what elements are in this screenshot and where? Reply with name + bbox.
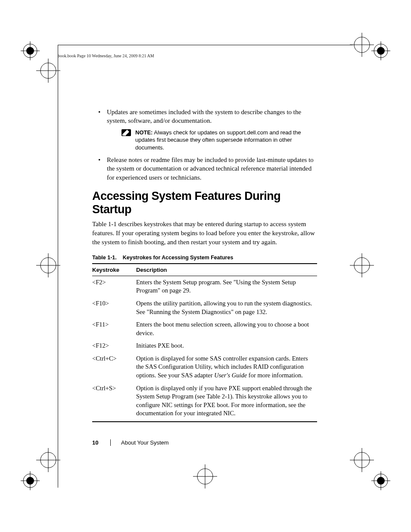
note-icon	[121, 129, 131, 136]
cell-description: Option is displayed only if you have PXE…	[136, 382, 317, 422]
bullet-item: Release notes or readme files may be inc…	[92, 156, 317, 182]
printer-mark-icon	[36, 59, 60, 83]
cell-keystroke: <F11>	[92, 318, 136, 339]
cell-keystroke: <F12>	[92, 339, 136, 352]
note-block: NOTE: Always check for updates on suppor…	[121, 129, 317, 152]
page-footer: 10 About Your System	[92, 439, 169, 446]
note-label: NOTE:	[135, 129, 153, 136]
cell-description: Option is displayed for some SAS control…	[136, 352, 317, 382]
running-header: book.book Page 10 Wednesday, June 24, 20…	[58, 53, 154, 58]
printer-mark-icon	[36, 448, 60, 472]
table-row: <Ctrl+S> Option is displayed only if you…	[92, 382, 317, 422]
frame-left	[58, 45, 58, 488]
table-row: <F11> Enters the boot menu selection scr…	[92, 318, 317, 339]
cell-text-italic: User's Guide	[214, 372, 247, 379]
svg-point-21	[26, 477, 34, 485]
section-heading: Accessing System Features During Startup	[92, 190, 317, 216]
svg-point-7	[354, 37, 370, 53]
svg-point-14	[40, 258, 56, 273]
note-link-text: support.dell.com	[227, 129, 268, 136]
bullet-text: Release notes or readme files may be inc…	[107, 156, 314, 181]
svg-point-1	[26, 47, 34, 55]
printer-mark-icon	[21, 471, 40, 490]
printer-mark-icon	[350, 448, 374, 472]
printer-mark-icon	[193, 464, 217, 488]
printer-mark-icon	[371, 41, 390, 60]
table-row: <F12> Initiates PXE boot.	[92, 339, 317, 352]
svg-point-20	[23, 474, 37, 488]
cell-description: Opens the utility partition, allowing yo…	[136, 297, 317, 318]
cell-keystroke: <Ctrl+C>	[92, 352, 136, 382]
printer-mark-icon	[371, 471, 390, 490]
section-intro: Table 1-1 describes keystrokes that may …	[92, 220, 317, 247]
note-text: Always check for updates on	[153, 129, 227, 136]
table-caption: Table 1-1.Keystrokes for Accessing Syste…	[92, 255, 317, 261]
cell-keystroke: <Ctrl+S>	[92, 382, 136, 422]
keystroke-table: Keystroke Description <F2> Enters the Sy…	[92, 263, 317, 422]
cell-keystroke: <F2>	[92, 276, 136, 297]
bullet-item: Updates are sometimes included with the …	[92, 108, 317, 151]
svg-point-10	[374, 44, 388, 58]
cell-description: Enters the boot menu selection screen, a…	[136, 318, 317, 339]
svg-point-30	[354, 452, 370, 468]
page-number: 10	[92, 439, 98, 446]
svg-point-34	[377, 477, 385, 485]
printer-mark-icon	[350, 253, 374, 277]
svg-point-33	[374, 474, 388, 488]
page-content: Updates are sometimes included with the …	[92, 108, 317, 422]
footer-section-name: About Your System	[110, 439, 169, 446]
printer-mark-icon	[350, 33, 374, 57]
bullet-text: Updates are sometimes included with the …	[107, 109, 301, 124]
printer-mark-icon	[36, 253, 60, 277]
frame-top	[58, 45, 353, 45]
table-row: <F10> Opens the utility partition, allow…	[92, 297, 317, 318]
cell-keystroke: <F10>	[92, 297, 136, 318]
printer-mark-icon	[21, 41, 40, 60]
table-row: <Ctrl+C> Option is displayed for some SA…	[92, 352, 317, 382]
table-header-description: Description	[136, 264, 317, 276]
table-caption-title: Keystrokes for Accessing System Features	[123, 255, 234, 261]
table-row: <F2> Enters the System Setup program. Se…	[92, 276, 317, 297]
table-header-keystroke: Keystroke	[92, 264, 136, 276]
svg-point-4	[40, 63, 56, 78]
svg-point-24	[40, 452, 56, 468]
cell-description: Initiates PXE boot.	[136, 339, 317, 352]
svg-point-17	[354, 258, 370, 273]
svg-point-11	[377, 47, 385, 55]
cell-description: Enters the System Setup program. See "Us…	[136, 276, 317, 297]
table-caption-number: Table 1-1.	[92, 255, 117, 261]
svg-point-27	[197, 469, 213, 484]
cell-text: for more information.	[247, 372, 303, 379]
svg-point-0	[23, 44, 37, 58]
